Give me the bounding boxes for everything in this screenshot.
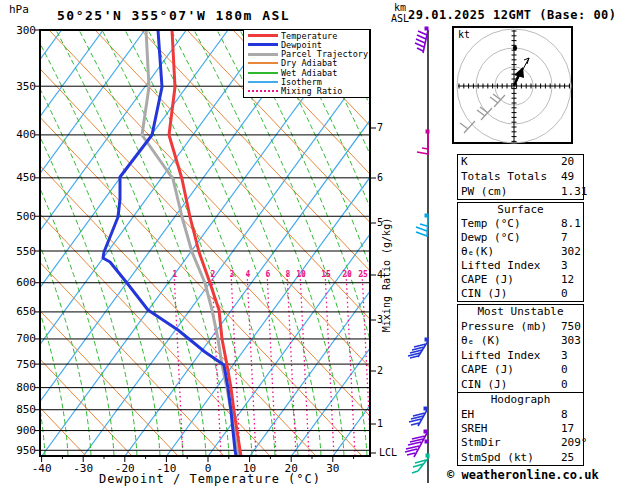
mixing-ratio-value-label: 15 [318, 271, 334, 279]
stats-table: SurfaceTemp (°C)8.1Dewp (°C)7θₑ(K)302Lif… [457, 202, 584, 302]
table-row-label: StmDir [461, 436, 501, 449]
table-row: θₑ(K)302 [461, 246, 580, 258]
table-row: Totals Totals49 [461, 171, 580, 183]
pressure-tick-label: 550 [6, 246, 36, 257]
altitude-axis-unit-asl: ASL [391, 14, 409, 24]
table-row: Pressure (mb)750 [461, 321, 580, 333]
legend-line-sample [248, 81, 278, 83]
table-row-value: 25 [561, 452, 574, 463]
pressure-axis-unit: hPa [9, 4, 29, 15]
pressure-tick-label: 300 [6, 25, 36, 36]
table-row-value: 302 [561, 246, 581, 257]
table-row-value: 1.31 [561, 186, 588, 197]
wind-barb-dot [425, 214, 429, 218]
stats-table: HodographEH8SREH17StmDir209°StmSpd (kt)2… [457, 392, 584, 466]
mixing-ratio-axis-label: Mixing Ratio (g/kg) [382, 210, 396, 340]
table-row-value: 7 [561, 232, 568, 243]
table-row-label: Totals Totals [461, 170, 547, 183]
mixing-ratio-value-label: 1 [167, 271, 183, 279]
table-row-label: Temp (°C) [461, 217, 521, 230]
hodograph-point [513, 46, 517, 50]
pressure-tick-label: 500 [6, 211, 36, 222]
wind-barb [416, 217, 428, 237]
temp-tick-label: -20 [109, 463, 141, 474]
mixing-ratio-value-label: 10 [293, 271, 309, 279]
pressure-tick-label: 750 [6, 359, 36, 370]
station-title: 50°25'N 355°07'W 180m ASL [57, 9, 290, 22]
table-row-label: θₑ(K) [461, 245, 494, 258]
mixing-ratio-value-label: 6 [260, 271, 276, 279]
table-row-label: K [461, 155, 468, 168]
legend-line-sample [248, 53, 278, 56]
mixing-ratio-value-label: 2 [205, 271, 221, 279]
mixing-ratio-value-label: 25 [355, 271, 371, 279]
copyright: © weatheronline.co.uk [447, 469, 599, 481]
run-datetime: 29.01.2025 12GMT (Base: 00) [408, 9, 617, 21]
lcl-label: LCL [379, 448, 397, 458]
pressure-tick-label: 650 [6, 306, 36, 317]
km-tick-label: 7 [377, 123, 383, 133]
table-row-value: 3 [561, 350, 568, 361]
temp-tick-label: 10 [234, 463, 266, 474]
pressure-tick-label: 900 [6, 425, 36, 436]
hodograph-unit: kt [458, 30, 470, 40]
table-row-label: CIN (J) [461, 378, 507, 391]
table-row-value: 20 [561, 156, 574, 167]
pressure-tick-label: 400 [6, 129, 36, 140]
table-row-label: CAPE (J) [461, 273, 514, 286]
stats-table: K20Totals Totals49PW (cm)1.31 [457, 154, 584, 200]
legend-item: Dewpoint [244, 40, 369, 49]
table-row-value: 209° [561, 437, 588, 448]
mixing-ratio-value-label: 20 [339, 271, 355, 279]
table-row-value: 3 [561, 260, 568, 271]
temp-tick-label: -40 [26, 463, 58, 474]
table-row: θₑ (K)303 [461, 335, 580, 347]
legend-line-sample [248, 72, 278, 74]
legend-line-sample [248, 43, 278, 46]
legend-item: Isotherm [244, 78, 369, 87]
table-row-label: Pressure (mb) [461, 320, 547, 333]
wind-barb [408, 341, 428, 358]
table-row: CIN (J)0 [461, 379, 580, 391]
parcel-curve [142, 30, 239, 456]
table-row-value: 8.1 [561, 218, 581, 229]
km-tick-label: 2 [377, 366, 383, 376]
wind-barb-dot [425, 338, 429, 342]
km-tick-label: 6 [377, 173, 383, 183]
pressure-tick-label: 850 [6, 404, 36, 415]
table-row-value: 0 [561, 379, 568, 390]
table-row-label: Dewp (°C) [461, 231, 521, 244]
legend-item: Dry Adiabat [244, 59, 369, 68]
legend-item: Parcel Trajectory [244, 50, 369, 59]
km-tick-label: 3 [377, 315, 383, 325]
table-row: Dewp (°C)7 [461, 232, 580, 244]
legend-label: Mixing Ratio [281, 86, 342, 96]
table-row-label: Lifted Index [461, 349, 540, 362]
table-row-label: SREH [461, 422, 488, 435]
table-row: PW (cm)1.31 [461, 186, 580, 198]
skewt-sounding-page: hPa 50°25'N 355°07'W 180m ASL 29.01.2025… [0, 0, 629, 486]
temp-tick-label: 20 [275, 463, 307, 474]
dewpoint-curve [103, 30, 236, 456]
table-row-value: 49 [561, 171, 574, 182]
table-row: SREH17 [461, 423, 580, 435]
table-row: CAPE (J)12 [461, 274, 580, 286]
table-row-label: StmSpd (kt) [461, 451, 534, 464]
legend: TemperatureDewpointParcel TrajectoryDry … [243, 29, 370, 98]
table-title: Most Unstable [461, 306, 580, 318]
table-row-label: PW (cm) [461, 185, 507, 198]
legend-item: Mixing Ratio [244, 87, 369, 96]
table-row-label: CIN (J) [461, 287, 507, 300]
table-row: Temp (°C)8.1 [461, 218, 580, 230]
table-title: Hodograph [461, 394, 580, 406]
mixing-ratio-value-label: 3 [224, 271, 240, 279]
pressure-tick-label: 800 [6, 382, 36, 393]
altitude-axis-unit-km: km [394, 3, 406, 13]
temp-tick-label: 30 [317, 463, 349, 474]
wind-barb [405, 433, 427, 457]
table-row-value: 17 [561, 423, 574, 434]
table-title: Surface [461, 204, 580, 216]
pressure-tick-label: 950 [6, 445, 36, 456]
wind-barb [415, 30, 428, 53]
wind-barb-dot [424, 407, 428, 411]
